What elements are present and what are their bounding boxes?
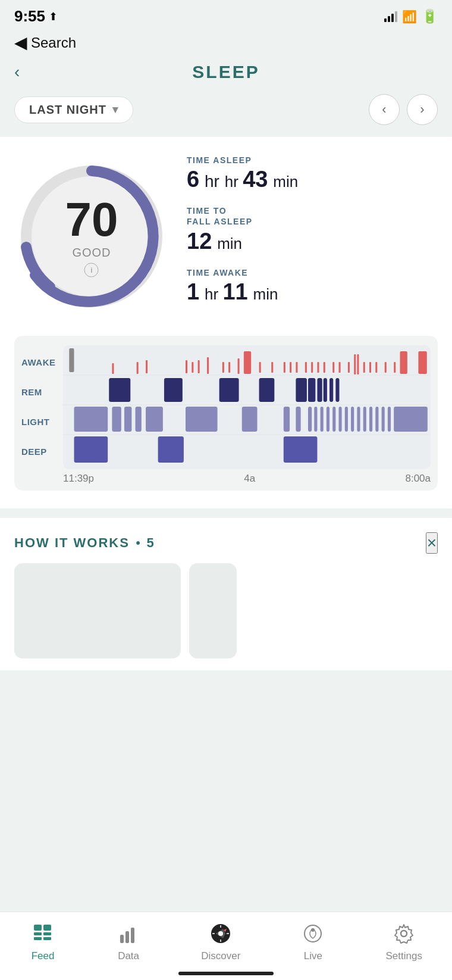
stat-time-asleep: TIME ASLEEP 6 hr hr 43 min bbox=[187, 155, 438, 192]
nav-item-data[interactable]: Data bbox=[115, 920, 142, 962]
stage-rem: REM bbox=[21, 377, 63, 407]
feed-icon bbox=[30, 920, 56, 947]
home-indicator bbox=[178, 972, 274, 975]
svg-rect-46 bbox=[324, 378, 327, 402]
how-it-works-card-2[interactable] bbox=[189, 563, 237, 658]
svg-rect-29 bbox=[348, 362, 350, 373]
data-icon bbox=[115, 920, 142, 947]
main-content: 70 GOOD i TIME ASLEEP 6 hr hr 43 min bbox=[0, 137, 452, 508]
time-awake-hours: 1 bbox=[187, 279, 199, 304]
svg-rect-70 bbox=[382, 407, 385, 432]
how-it-works-title: HOW IT WORKS bbox=[14, 535, 130, 550]
next-date-button[interactable]: › bbox=[407, 94, 438, 125]
how-it-works-close-button[interactable]: × bbox=[426, 532, 438, 554]
svg-rect-68 bbox=[369, 407, 372, 432]
svg-point-96 bbox=[401, 931, 407, 937]
svg-rect-6 bbox=[69, 348, 74, 372]
svg-rect-15 bbox=[228, 362, 230, 373]
wifi-icon: 📶 bbox=[402, 10, 417, 24]
hour-unit-text: hr bbox=[225, 173, 243, 191]
svg-rect-23 bbox=[305, 362, 307, 373]
time-awake-value: 1 hr 11 min bbox=[187, 279, 438, 305]
svg-rect-21 bbox=[290, 362, 291, 373]
battery-icon: 🔋 bbox=[422, 9, 438, 24]
svg-rect-45 bbox=[317, 378, 322, 402]
svg-rect-63 bbox=[339, 407, 342, 432]
awake-min-unit: min bbox=[253, 285, 278, 303]
svg-rect-75 bbox=[284, 436, 318, 463]
info-icon[interactable]: i bbox=[84, 263, 99, 277]
nav-item-live[interactable]: Live bbox=[300, 920, 326, 962]
svg-rect-32 bbox=[363, 362, 365, 373]
stage-awake: AWAKE bbox=[21, 348, 63, 377]
settings-icon bbox=[391, 920, 417, 947]
svg-rect-33 bbox=[369, 362, 371, 373]
nav-item-feed[interactable]: Feed bbox=[30, 920, 56, 962]
svg-rect-25 bbox=[317, 362, 319, 373]
date-selector: LAST NIGHT ▾ ‹ › bbox=[0, 94, 452, 137]
chart-time-labels: 11:39p 4a 8:00a bbox=[21, 469, 431, 485]
settings-label: Settings bbox=[385, 950, 422, 962]
feed-label: Feed bbox=[32, 950, 55, 962]
next-arrow-icon: › bbox=[420, 102, 424, 117]
nav-item-settings[interactable]: Settings bbox=[385, 920, 422, 962]
svg-rect-34 bbox=[375, 362, 377, 373]
svg-rect-54 bbox=[186, 407, 218, 432]
svg-rect-80 bbox=[43, 932, 51, 935]
how-it-works-card-1[interactable] bbox=[14, 563, 181, 658]
svg-rect-24 bbox=[311, 362, 313, 373]
time-asleep-value: 6 hr hr 43 min bbox=[187, 167, 438, 192]
svg-point-95 bbox=[311, 928, 315, 932]
svg-rect-36 bbox=[394, 362, 396, 373]
signal-bars bbox=[384, 11, 397, 22]
svg-rect-48 bbox=[335, 378, 339, 402]
svg-rect-53 bbox=[146, 407, 163, 432]
how-it-works-header: HOW IT WORKS • 5 × bbox=[14, 532, 438, 554]
svg-point-88 bbox=[218, 931, 223, 936]
svg-rect-76 bbox=[34, 925, 42, 931]
svg-rect-71 bbox=[388, 407, 391, 432]
svg-rect-30 bbox=[354, 354, 356, 374]
nav-item-discover[interactable]: Discover bbox=[201, 920, 240, 962]
svg-rect-77 bbox=[34, 932, 42, 935]
back-search-link[interactable]: ◀ Search bbox=[14, 33, 438, 52]
svg-rect-40 bbox=[164, 378, 183, 402]
svg-rect-73 bbox=[74, 436, 108, 463]
close-icon: × bbox=[427, 533, 437, 552]
sleep-stats: TIME ASLEEP 6 hr hr 43 min TIME TO FALL … bbox=[187, 155, 438, 318]
back-nav: ◀ Search bbox=[0, 30, 452, 57]
svg-rect-51 bbox=[124, 407, 131, 432]
svg-rect-67 bbox=[363, 407, 366, 432]
svg-rect-13 bbox=[207, 357, 209, 374]
time-asleep-hours: 6 bbox=[187, 167, 199, 192]
svg-rect-17 bbox=[244, 351, 251, 374]
svg-rect-61 bbox=[327, 407, 329, 432]
prev-arrow-icon: ‹ bbox=[382, 102, 386, 117]
date-pill[interactable]: LAST NIGHT ▾ bbox=[14, 96, 133, 123]
location-icon: ⬆ bbox=[49, 10, 58, 23]
page-title: SLEEP bbox=[192, 62, 259, 82]
svg-rect-82 bbox=[120, 935, 124, 943]
svg-rect-41 bbox=[219, 378, 239, 402]
score-circle: 70 GOOD i bbox=[14, 159, 169, 314]
page-back-arrow[interactable]: ‹ bbox=[14, 63, 20, 82]
time-to-fall-label: TIME TO FALL ASLEEP bbox=[187, 205, 438, 227]
svg-rect-8 bbox=[137, 362, 139, 374]
min-unit-text: min bbox=[273, 173, 298, 191]
svg-rect-66 bbox=[357, 407, 360, 432]
svg-rect-50 bbox=[112, 407, 121, 432]
svg-rect-10 bbox=[186, 360, 187, 373]
svg-rect-37 bbox=[400, 351, 407, 374]
svg-rect-64 bbox=[345, 407, 348, 432]
svg-rect-39 bbox=[109, 378, 130, 402]
svg-rect-55 bbox=[242, 407, 258, 432]
data-label: Data bbox=[118, 950, 139, 962]
svg-rect-22 bbox=[296, 362, 297, 373]
page-header: ‹ SLEEP bbox=[0, 57, 452, 94]
svg-rect-59 bbox=[314, 407, 317, 432]
hour-unit: hr bbox=[205, 172, 219, 191]
svg-rect-42 bbox=[259, 378, 275, 402]
svg-rect-79 bbox=[43, 925, 51, 931]
prev-date-button[interactable]: ‹ bbox=[369, 94, 400, 125]
live-label: Live bbox=[304, 950, 322, 962]
